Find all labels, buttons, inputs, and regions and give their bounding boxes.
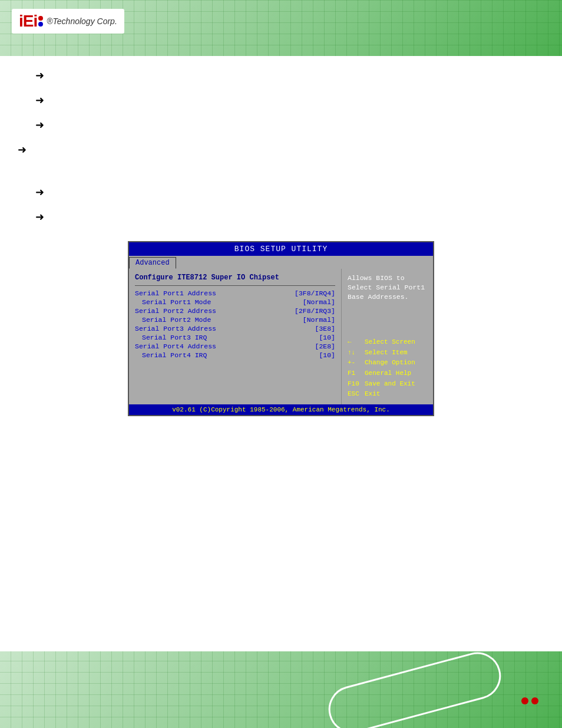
bios-body: Configure ITE8712 Super IO Chipset Seria…	[129, 269, 433, 404]
bios-row-0[interactable]: Serial Port1 Address [3F8/IRQ4]	[135, 289, 335, 297]
arrow-item-4: ➜	[18, 142, 527, 156]
bios-key-desc-0: Select Screen	[365, 337, 415, 348]
bios-help-text: Allows BIOS to Select Serial Port1 Base …	[348, 274, 427, 302]
bios-row-1[interactable]: Serial Port1 Mode [Normal]	[135, 298, 335, 306]
bios-row-5[interactable]: Serial Port3 IRQ [10]	[135, 334, 335, 341]
bios-label-0: Serial Port1 Address	[135, 289, 216, 297]
bios-divider	[135, 285, 335, 286]
bios-key-row-5: ESC Exit	[348, 389, 427, 400]
bios-key-1: ↑↓	[348, 348, 362, 358]
bios-key-0: ←	[348, 337, 362, 348]
logo-dot-blue	[38, 22, 43, 27]
bios-title: BIOS SETUP UTILITY	[234, 245, 328, 253]
arrow-icon-5: ➜	[35, 186, 44, 199]
footer-dot-2	[531, 697, 538, 704]
bios-value-5: [10]	[319, 334, 335, 341]
bios-key-desc-5: Exit	[365, 389, 380, 400]
page-footer	[0, 651, 562, 728]
bios-key-row-1: ↑↓ Select Item	[348, 348, 427, 358]
bios-right-panel: Allows BIOS to Select Serial Port1 Base …	[342, 269, 433, 404]
logo-dot-red	[38, 16, 43, 21]
logo-tagline: ®Technology Corp.	[47, 17, 117, 26]
bios-tab-bar: Advanced	[129, 256, 433, 269]
main-content: ➜ ➜ ➜ ➜ ➜ ➜ BIOS SETUP UTILITY A	[0, 56, 562, 446]
arrow-icon-3: ➜	[35, 118, 44, 131]
bios-section-title: Configure ITE8712 Super IO Chipset	[135, 274, 335, 282]
arrow-item-2: ➜	[35, 93, 527, 107]
bios-key-2: +-	[348, 358, 362, 368]
arrow-item-6: ➜	[35, 209, 527, 223]
bios-tab-advanced[interactable]: Advanced	[129, 257, 176, 269]
bios-label-4: Serial Port3 Address	[135, 325, 216, 332]
bios-label-2: Serial Port2 Address	[135, 307, 216, 315]
bios-footer-text: v02.61 (C)Copyright 1985-2006, American …	[172, 406, 390, 413]
bios-value-0: [3F8/IRQ4]	[295, 289, 335, 297]
footer-dot-1	[521, 697, 528, 704]
arrow-item-1: ➜	[35, 68, 527, 82]
bios-key-desc-1: Select Item	[365, 348, 408, 358]
bios-row-2[interactable]: Serial Port2 Address [2F8/IRQ3]	[135, 307, 335, 315]
bios-key-row-0: ← Select Screen	[348, 337, 427, 348]
bios-value-7: [10]	[319, 351, 335, 359]
logo-dots	[38, 16, 43, 27]
bios-value-4: [3E8]	[315, 325, 335, 332]
bios-key-desc-3: General Help	[365, 368, 411, 379]
bios-key-row-2: +- Change Option	[348, 358, 427, 368]
logo-area: iEi ®Technology Corp.	[12, 9, 124, 34]
bios-footer: v02.61 (C)Copyright 1985-2006, American …	[129, 404, 433, 415]
bios-value-2: [2F8/IRQ3]	[295, 307, 335, 315]
bios-screen: BIOS SETUP UTILITY Advanced Configure IT…	[128, 241, 434, 416]
bios-value-1: [Normal]	[303, 298, 335, 306]
logo-iei-text: iEi	[19, 12, 37, 31]
bios-title-bar: BIOS SETUP UTILITY	[129, 242, 433, 256]
arrow-icon-4: ➜	[18, 143, 27, 156]
arrow-icon-6: ➜	[35, 210, 44, 223]
bios-label-6: Serial Port4 Address	[135, 342, 216, 350]
bios-keys: ← Select Screen ↑↓ Select Item +- Change…	[348, 337, 427, 400]
arrow-icon-2: ➜	[35, 94, 44, 107]
arrow-item-5: ➜	[35, 185, 527, 199]
bios-key-desc-2: Change Option	[365, 358, 415, 368]
bios-row-6[interactable]: Serial Port4 Address [2E8]	[135, 342, 335, 350]
bios-key-desc-4: Save and Exit	[365, 379, 415, 390]
bios-row-4[interactable]: Serial Port3 Address [3E8]	[135, 325, 335, 332]
bios-label-5: Serial Port3 IRQ	[135, 334, 207, 341]
bios-key-3: F1	[348, 368, 362, 379]
bios-left-panel: Configure ITE8712 Super IO Chipset Seria…	[129, 269, 342, 404]
bios-screenshot-container: BIOS SETUP UTILITY Advanced Configure IT…	[35, 241, 527, 416]
header: iEi ®Technology Corp.	[0, 0, 562, 56]
bios-key-row-3: F1 General Help	[348, 368, 427, 379]
bios-row-3[interactable]: Serial Port2 Mode [Normal]	[135, 316, 335, 324]
bios-value-6: [2E8]	[315, 342, 335, 350]
bios-label-3: Serial Port2 Mode	[135, 316, 211, 324]
bios-label-7: Serial Port4 IRQ	[135, 351, 207, 359]
bios-row-7[interactable]: Serial Port4 IRQ [10]	[135, 351, 335, 359]
arrow-icon-1: ➜	[35, 69, 44, 82]
bios-key-row-4: F10 Save and Exit	[348, 379, 427, 390]
bios-value-3: [Normal]	[303, 316, 335, 324]
arrow-item-3: ➜	[35, 117, 527, 131]
bios-key-5: ESC	[348, 389, 362, 400]
bios-label-1: Serial Port1 Mode	[135, 298, 211, 306]
bios-key-4: F10	[348, 379, 362, 390]
footer-red-dots	[521, 697, 538, 704]
